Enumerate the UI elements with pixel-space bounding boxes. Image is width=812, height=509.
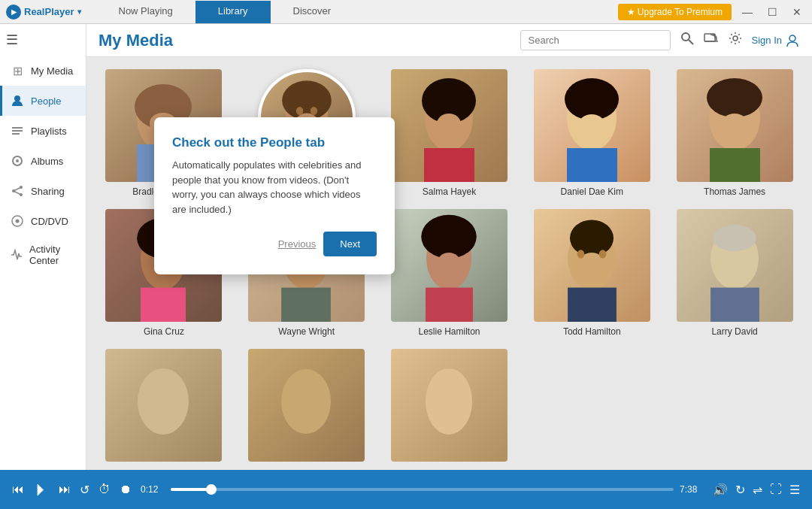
minimize-button[interactable]: — bbox=[738, 5, 757, 20]
tab-now-playing[interactable]: Now Playing bbox=[96, 1, 195, 23]
upgrade-button[interactable]: ★ Upgrade To Premium bbox=[618, 4, 732, 20]
sidebar-item-activity-center[interactable]: Activity Center bbox=[0, 236, 86, 274]
dropdown-arrow: ▾ bbox=[77, 8, 81, 16]
person-photo-thomas-james bbox=[677, 69, 793, 182]
my-media-icon: ⊞ bbox=[10, 63, 25, 78]
person-name-salma-hayek: Salma Hayek bbox=[423, 186, 476, 197]
fullscreen-button[interactable]: ⛶ bbox=[770, 483, 782, 496]
timer-button[interactable]: ⏱ bbox=[98, 483, 111, 496]
person-name-gina-cruz: Gina Cruz bbox=[144, 326, 184, 337]
search-icon-button[interactable] bbox=[680, 31, 695, 50]
progress-bar-container: 0:12 7:38 bbox=[141, 484, 704, 495]
tooltip-popup: Check out the People tab Automatically p… bbox=[154, 117, 395, 274]
svg-rect-1 bbox=[12, 127, 23, 129]
sign-in-label: Sign In bbox=[752, 35, 782, 46]
sidebar-item-albums[interactable]: Albums bbox=[0, 146, 86, 176]
person-card-row3-col2[interactable] bbox=[241, 349, 372, 466]
sidebar-item-cddvd[interactable]: CD/DVD bbox=[0, 206, 86, 236]
svg-point-66 bbox=[426, 368, 472, 435]
person-card-todd-hamilton[interactable]: Todd Hamilton bbox=[526, 209, 657, 337]
svg-point-61 bbox=[713, 225, 756, 251]
cast-icon-button[interactable] bbox=[704, 31, 719, 50]
person-card-salma-hayek[interactable]: Salma Hayek bbox=[384, 69, 515, 197]
person-card-larry-david[interactable]: Larry David bbox=[669, 209, 800, 337]
svg-point-13 bbox=[682, 33, 689, 41]
person-card-thomas-james[interactable]: Thomas James bbox=[669, 69, 800, 197]
settings-icon-button[interactable] bbox=[728, 31, 743, 50]
svg-rect-47 bbox=[281, 288, 331, 322]
people-icon bbox=[10, 93, 25, 108]
svg-point-17 bbox=[733, 36, 738, 41]
svg-rect-39 bbox=[710, 148, 760, 182]
svg-point-51 bbox=[421, 215, 477, 259]
person-card-row3-col3[interactable] bbox=[384, 349, 515, 466]
sidebar-item-sharing[interactable]: Sharing bbox=[0, 176, 86, 206]
sidebar-label-playlists: Playlists bbox=[31, 126, 67, 137]
sidebar-label-people: People bbox=[31, 95, 61, 107]
close-button[interactable]: ✕ bbox=[788, 5, 806, 20]
svg-rect-52 bbox=[426, 288, 473, 322]
title-bar: RealPlayer ▾ Now Playing Library Discove… bbox=[0, 0, 812, 24]
volume-button[interactable]: 🔊 bbox=[713, 483, 728, 497]
time-current: 0:12 bbox=[141, 484, 165, 495]
svg-line-10 bbox=[14, 191, 21, 195]
svg-rect-35 bbox=[567, 148, 617, 182]
sidebar-item-my-media[interactable]: ⊞ My Media bbox=[0, 56, 86, 86]
svg-point-63 bbox=[722, 253, 747, 273]
svg-point-65 bbox=[281, 369, 331, 434]
player-bar: ⏮ ⏵ ⏭ ↺ ⏱ ⏺ 0:12 7:38 🔊 ↻ ⇌ ⛶ ☰ bbox=[0, 470, 812, 509]
sidebar-label-cddvd: CD/DVD bbox=[31, 216, 68, 227]
repeat-button[interactable]: ↻ bbox=[735, 483, 745, 497]
person-photo-salma-hayek bbox=[391, 69, 508, 182]
person-name-todd-hamilton: Todd Hamilton bbox=[563, 326, 621, 337]
tab-discover[interactable]: Discover bbox=[271, 1, 354, 23]
queue-button[interactable]: ☰ bbox=[789, 483, 800, 497]
nav-tabs: Now Playing Library Discover bbox=[96, 1, 618, 23]
person-card-daniel-dae-kim[interactable]: Daniel Dae Kim bbox=[526, 69, 657, 197]
sidebar: ☰ ⊞ My Media People Playlists Albums bbox=[0, 24, 86, 470]
person-name-daniel-dae-kim: Daniel Dae Kim bbox=[561, 186, 623, 197]
skip-forward-button[interactable]: ⏭ bbox=[59, 483, 71, 496]
sidebar-label-albums: Albums bbox=[31, 156, 63, 167]
title-bar-actions: ★ Upgrade To Premium — ☐ ✕ bbox=[618, 4, 807, 20]
maximize-button[interactable]: ☐ bbox=[763, 5, 782, 20]
sidebar-header: ☰ bbox=[0, 24, 86, 56]
sidebar-item-playlists[interactable]: Playlists bbox=[0, 116, 86, 146]
person-name-wayne-wright: Wayne Wright bbox=[278, 326, 335, 337]
svg-point-64 bbox=[138, 368, 189, 435]
skip-back-button[interactable]: ⏮ bbox=[12, 483, 24, 496]
app-logo[interactable]: RealPlayer ▾ bbox=[6, 5, 81, 20]
shuffle-button[interactable]: ⇌ bbox=[753, 483, 762, 497]
svg-point-0 bbox=[14, 95, 20, 101]
sidebar-item-people[interactable]: People bbox=[0, 86, 86, 116]
replay-button[interactable]: ↺ bbox=[80, 483, 89, 497]
person-photo-daniel-dae-kim bbox=[534, 69, 650, 182]
person-card-row3-col1[interactable] bbox=[98, 349, 229, 466]
sidebar-label-activity: Activity Center bbox=[29, 244, 78, 266]
person-photo-leslie-hamilton bbox=[391, 209, 508, 322]
svg-point-12 bbox=[16, 220, 20, 223]
search-input[interactable] bbox=[520, 30, 671, 50]
next-button[interactable]: Next bbox=[323, 232, 377, 256]
playlists-icon bbox=[10, 123, 25, 138]
sign-in-button[interactable]: Sign In bbox=[752, 33, 800, 48]
tab-library[interactable]: Library bbox=[195, 1, 271, 23]
previous-button[interactable]: Previous bbox=[278, 238, 317, 250]
progress-thumb bbox=[206, 484, 217, 495]
record-button[interactable]: ⏺ bbox=[120, 483, 132, 496]
app-name: RealPlayer bbox=[24, 6, 74, 17]
progress-track[interactable] bbox=[171, 488, 674, 491]
svg-point-5 bbox=[16, 159, 19, 162]
play-button[interactable]: ⏵ bbox=[33, 480, 50, 499]
tooltip-buttons: Previous Next bbox=[172, 232, 377, 256]
top-actions: Sign In bbox=[520, 30, 800, 50]
svg-point-36 bbox=[579, 114, 604, 134]
person-photo-larry-david bbox=[677, 209, 793, 322]
svg-rect-56 bbox=[568, 288, 617, 322]
svg-line-9 bbox=[14, 187, 21, 191]
svg-point-55 bbox=[570, 220, 614, 256]
svg-point-58 bbox=[577, 250, 584, 259]
person-name-thomas-james: Thomas James bbox=[704, 186, 765, 197]
hamburger-icon[interactable]: ☰ bbox=[6, 32, 18, 48]
person-card-leslie-hamilton[interactable]: Leslie Hamilton bbox=[384, 209, 515, 337]
